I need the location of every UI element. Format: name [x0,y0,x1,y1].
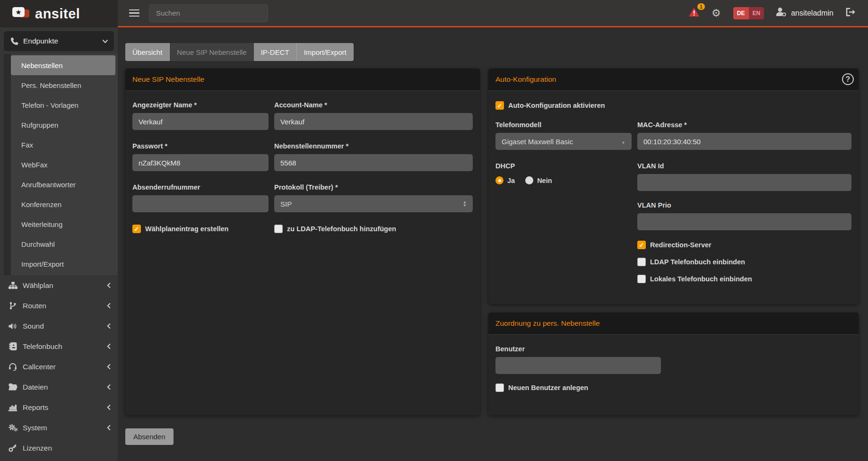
field-label: Passwort * [132,142,269,150]
caret-down-icon [621,138,625,146]
sidebar-group-dateien[interactable]: Dateien [0,377,118,397]
star-icon [12,7,25,17]
field-label: Nebenstellennummer * [274,142,473,150]
key-icon [7,444,19,452]
search-input[interactable] [149,4,268,22]
checkbox-checked[interactable] [637,241,646,249]
sidebar-item-webfax[interactable]: WebFax [11,155,115,174]
sidebar-group-callcenter[interactable]: Callcenter [0,357,118,377]
headset-icon [7,363,19,371]
account-name-input[interactable] [274,113,473,130]
sidebar-group-routen[interactable]: Routen [0,296,118,316]
dhcp-ja-radio[interactable]: Ja [495,176,515,184]
lokales-einbinden-checkbox-row[interactable]: Lokales Telefonbuch einbinden [637,275,851,283]
panel-zuordnung: Zuordnung zu pers. Nebenstelle Benutzer … [488,313,859,415]
vlan-id-input[interactable] [637,174,851,191]
benutzer-input[interactable] [495,357,661,374]
tab-import-export[interactable]: Import/Export [297,43,354,61]
sidebar-group-sound[interactable]: Sound [0,316,118,336]
nebenstellennummer-input[interactable] [274,154,473,171]
checkbox-checked[interactable] [132,225,141,233]
radio-selected[interactable] [495,176,503,184]
checkbox-unchecked[interactable] [637,258,646,266]
sidebar-item-pers-nebenstellen[interactable]: Pers. Nebenstellen [11,75,115,95]
mac-adresse-input[interactable] [637,133,851,150]
sidebar-group-reports[interactable]: Reports [0,397,118,418]
chevron-left-icon [107,303,111,309]
sidebar-group-waehlplan[interactable]: Wählplan [0,275,118,296]
checkbox-checked[interactable] [495,101,504,110]
angezeigter-name-input[interactable] [132,113,269,130]
field-label: VLAN Id [637,162,851,170]
code-branch-icon [7,302,19,310]
user-menu[interactable]: ansiteladmin [776,8,833,18]
help-icon[interactable] [842,73,854,85]
sidebar: Endpunkte Nebenstellen Pers. Nebenstelle… [0,27,118,461]
brand-logo[interactable]: ansitel [0,0,118,27]
telefonmodell-select[interactable]: Gigaset Maxwell Basic [495,133,632,150]
panel-title: Auto-Konfiguration [488,69,859,91]
protokoll-select[interactable]: SIP [274,195,473,212]
auto-konfiguration-aktivieren-checkbox-row[interactable]: Auto-Konfiguration aktivieren [495,101,851,110]
brand-name: ansitel [35,6,80,22]
dhcp-nein-radio[interactable]: Nein [525,176,552,184]
sidebar-group-label: Endpunkte [23,37,102,45]
field-label: Telefonmodell [495,121,632,129]
chevron-left-icon [107,282,111,288]
ldap-telefonbuch-checkbox-row[interactable]: zu LDAP-Telefonbuch hinzufügen [274,225,473,233]
sidebar-item-nebenstellen[interactable]: Nebenstellen [11,55,115,75]
passwort-input[interactable] [132,154,269,171]
sidebar-item-fax[interactable]: Fax [11,135,115,155]
sidebar-group-lizenzen[interactable]: Lizenzen [0,438,118,458]
radio-unselected[interactable] [525,176,533,184]
panel-title: Neue SIP Nebenstelle [125,69,480,91]
neuen-benutzer-checkbox-row[interactable]: Neuen Benutzer anlegen [495,383,851,392]
menu-icon[interactable] [129,8,139,19]
lang-en-button[interactable]: EN [749,7,764,19]
chevron-left-icon [107,323,111,329]
waehlplaneintrag-checkbox-row[interactable]: Wählplaneintrag erstellen [132,225,269,233]
topbar: ansitel 1 ⚙ DE EN [0,0,868,27]
sidebar-group-system[interactable]: System [0,418,118,438]
checkbox-unchecked[interactable] [274,225,283,233]
tab-bar: Übersicht Neue SIP Nebenstelle IP-DECT I… [125,43,859,61]
ldap-einbinden-checkbox-row[interactable]: LDAP Telefonbuch einbinden [637,258,851,266]
main-content: Übersicht Neue SIP Nebenstelle IP-DECT I… [118,27,868,461]
tab-ip-dect[interactable]: IP-DECT [254,43,297,61]
tab-uebersicht[interactable]: Übersicht [125,43,170,61]
endpunkte-submenu: Nebenstellen Pers. Nebenstellen Telefon … [4,54,118,275]
sidebar-group-endpunkte[interactable]: Endpunkte [4,31,114,51]
checkbox-unchecked[interactable] [495,383,504,392]
settings-button[interactable]: ⚙ [712,8,721,18]
user-icon [776,8,787,18]
logout-button[interactable] [846,8,856,18]
field-label: DHCP [495,162,632,170]
chevron-left-icon [107,404,111,410]
lang-de-button[interactable]: DE [733,7,749,19]
absenderrufnummer-input[interactable] [132,195,269,212]
alerts-button[interactable]: 1 [689,8,699,18]
sidebar-item-weiterleitung[interactable]: Weiterleitung [11,214,115,234]
unfold-icon [463,200,467,207]
dhcp-radio-group: Ja Nein [495,176,632,184]
sidebar-item-import-export[interactable]: Import/Export [11,254,115,274]
sidebar-item-konferenzen[interactable]: Konferenzen [11,194,115,214]
sidebar-item-rufgruppen[interactable]: Rufgruppen [11,115,115,135]
sign-out-icon [846,8,856,18]
volume-icon [7,322,19,330]
absenden-button[interactable]: Absenden [125,428,174,445]
panel-neue-sip-nebenstelle: Neue SIP Nebenstelle Angezeigter Name * … [125,69,480,415]
checkbox-unchecked[interactable] [637,275,646,283]
address-book-icon [7,342,19,350]
tab-neue-sip-nebenstelle[interactable]: Neue SIP Nebenstelle [170,43,253,61]
sidebar-item-anrufbeantworter[interactable]: Anrufbeantworter [11,174,115,194]
sidebar-item-telefon-vorlagen[interactable]: Telefon - Vorlagen [11,95,115,115]
field-label: Benutzer [495,345,851,353]
sidebar-group-telefonbuch[interactable]: Telefonbuch [0,336,118,357]
redirection-server-checkbox-row[interactable]: Redirection-Server [637,241,851,249]
sidebar-item-durchwahl[interactable]: Durchwahl [11,234,115,254]
field-label: Absenderrufnummer [132,183,269,191]
chevron-left-icon [107,384,111,390]
vlan-prio-input[interactable] [637,213,851,230]
phone-icon [10,37,18,45]
